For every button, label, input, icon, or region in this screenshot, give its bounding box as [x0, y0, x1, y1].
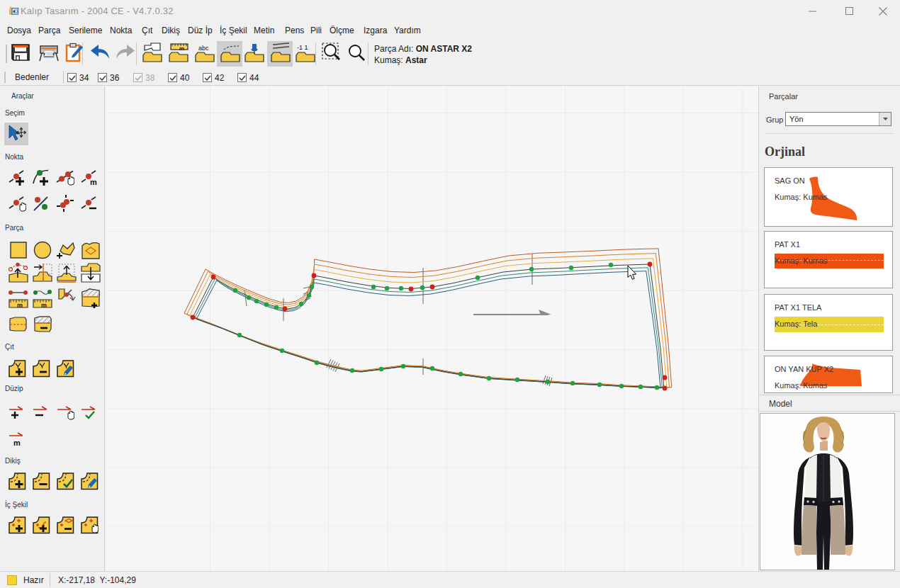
svg-text:m: m [17, 302, 23, 309]
svg-text:m: m [41, 302, 47, 309]
svg-text:m: m [90, 178, 97, 186]
svg-text:m: m [179, 45, 184, 52]
svg-text:m: m [13, 439, 21, 447]
svg-text:-1 1: -1 1 [297, 44, 308, 51]
svg-text:TRN: TRN [45, 52, 53, 56]
svg-text:abc: abc [198, 45, 209, 52]
